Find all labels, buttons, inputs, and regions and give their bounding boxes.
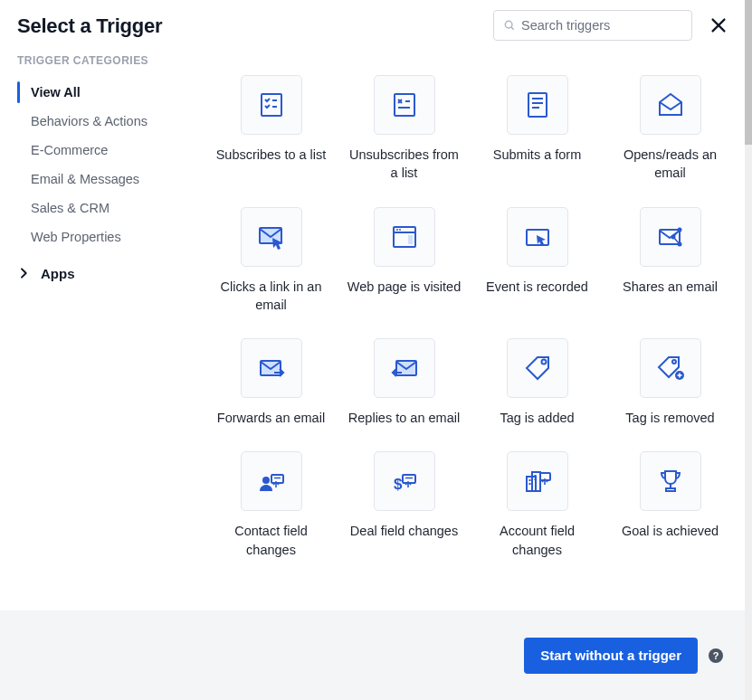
trigger-label: Opens/reads an email [613,146,728,183]
trigger-tag-remove[interactable]: Tag is removed [612,338,728,427]
mail-forward-icon [256,353,287,383]
chevron-right-icon [16,266,31,280]
mail-click-icon [256,222,287,252]
trigger-grid-container[interactable]: Subscribes to a listUnsubscribes from a … [196,51,745,610]
trigger-select-modal: Select a Trigger TRIGGER CATEGORIES View… [0,0,752,700]
start-without-trigger-button[interactable]: Start without a trigger [524,638,698,674]
trigger-tile [640,451,701,511]
trigger-tile [507,451,568,511]
trigger-label: Replies to an email [348,409,460,427]
trigger-mail-open[interactable]: Opens/reads an email [612,75,728,183]
trigger-trophy[interactable]: Goal is achieved [612,451,728,559]
trigger-label: Account field changes [480,522,595,559]
trigger-account-field[interactable]: Account field changes [479,451,595,559]
trigger-tile [241,451,302,511]
trigger-label: Tag is added [500,409,574,427]
trigger-label: Event is recorded [486,278,588,296]
trigger-label: Contact field changes [214,522,329,559]
trigger-tile [507,207,568,267]
sidebar-category-3[interactable]: Email & Messages [0,165,196,194]
modal-body: Select a Trigger TRIGGER CATEGORIES View… [0,0,745,610]
trophy-icon [655,466,686,497]
sidebar-category-1[interactable]: Behaviors & Actions [0,107,196,136]
trigger-label: Goal is achieved [622,522,719,540]
page-scrollbar-thumb[interactable] [745,0,752,145]
tag-icon [522,353,553,383]
modal-footer: Start without a trigger ? [0,610,745,700]
trigger-mail-reply[interactable]: Replies to an email [346,338,462,427]
form-icon [522,90,553,120]
trigger-form[interactable]: Submits a form [479,75,595,183]
search-input[interactable] [516,18,682,33]
trigger-deal-field[interactable]: Deal field changes [346,451,462,559]
trigger-checklist-off[interactable]: Unsubscribes from a list [346,75,462,183]
checklist-icon [256,90,287,120]
modal-content: TRIGGER CATEGORIES View AllBehaviors & A… [0,51,745,610]
trigger-grid: Subscribes to a listUnsubscribes from a … [213,75,728,559]
search-field[interactable] [493,10,692,41]
trigger-label: Deal field changes [350,522,458,540]
trigger-label: Unsubscribes from a list [347,146,462,183]
trigger-tile [374,338,435,398]
svg-point-47 [505,21,512,28]
page-scrollbar-track[interactable] [745,0,752,700]
trigger-tile [241,75,302,135]
category-heading: TRIGGER CATEGORIES [0,51,196,78]
mail-share-icon [655,222,686,252]
trigger-label: Shares an email [623,278,718,296]
sidebar: TRIGGER CATEGORIES View AllBehaviors & A… [0,51,196,610]
close-button[interactable] [709,15,728,35]
checklist-off-icon [389,90,420,120]
sidebar-apps-label: Apps [41,266,75,281]
deal-field-icon [389,466,420,497]
trigger-label: Web page is visited [347,278,461,296]
trigger-tile [241,207,302,267]
trigger-tile [640,75,701,135]
trigger-mail-click[interactable]: Clicks a link in an email [213,207,329,315]
trigger-mail-forward[interactable]: Forwards an email [213,338,329,427]
tag-remove-icon [655,353,686,383]
trigger-contact-field[interactable]: Contact field changes [213,451,329,559]
account-field-icon [522,466,553,497]
trigger-webpage[interactable]: Web page is visited [346,207,462,315]
category-list: View AllBehaviors & ActionsE-CommerceEma… [0,78,196,251]
trigger-checklist[interactable]: Subscribes to a list [213,75,329,183]
mail-open-icon [655,90,686,120]
trigger-label: Forwards an email [217,409,325,427]
trigger-mail-share[interactable]: Shares an email [612,207,728,315]
sidebar-apps[interactable]: Apps [0,259,196,288]
trigger-label: Subscribes to a list [216,146,327,164]
trigger-tile [640,338,701,398]
search-icon [503,19,516,32]
modal-title: Select a Trigger [17,14,162,38]
trigger-tile [374,451,435,511]
trigger-tile [507,75,568,135]
trigger-label: Tag is removed [625,409,714,427]
modal-header: Select a Trigger [0,0,745,51]
sidebar-category-4[interactable]: Sales & CRM [0,194,196,222]
webpage-icon [389,222,420,252]
mail-reply-icon [389,353,420,383]
sidebar-category-0[interactable]: View All [0,78,196,107]
sidebar-category-5[interactable]: Web Properties [0,222,196,251]
trigger-event[interactable]: Event is recorded [479,207,595,315]
event-icon [522,222,553,252]
trigger-label: Submits a form [493,146,582,164]
trigger-label: Clicks a link in an email [214,278,329,315]
svg-line-48 [511,27,514,30]
trigger-tile [640,207,701,267]
sidebar-category-2[interactable]: E-Commerce [0,136,196,165]
contact-field-icon [256,466,287,497]
trigger-tile [374,207,435,267]
trigger-tile [507,338,568,398]
trigger-tile [241,338,302,398]
help-button[interactable]: ? [709,648,723,663]
trigger-tag[interactable]: Tag is added [479,338,595,427]
trigger-tile [374,75,435,135]
